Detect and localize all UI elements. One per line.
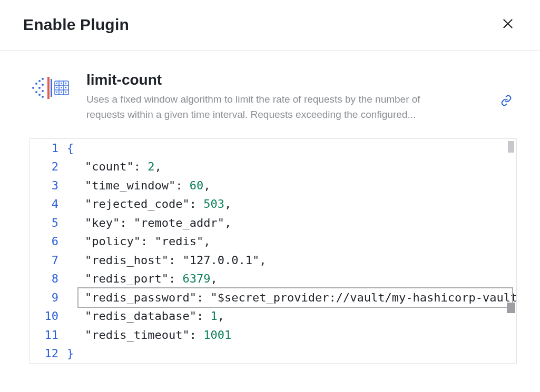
- editor-line[interactable]: 7"redis_host": "127.0.0.1",: [30, 251, 516, 270]
- svg-point-27: [65, 92, 67, 93]
- editor-line[interactable]: 3"time_window": 60,: [30, 176, 516, 195]
- svg-point-24: [65, 87, 67, 88]
- editor-line[interactable]: 9"redis_password": "$secret_provider://v…: [30, 288, 516, 307]
- plugin-icon: [30, 76, 72, 100]
- svg-rect-13: [51, 79, 52, 97]
- modal-content: limit-count Uses a fixed window algorith…: [0, 51, 540, 364]
- line-number: 12: [30, 344, 67, 363]
- plugin-name: limit-count: [86, 72, 460, 88]
- line-code[interactable]: "count": 2,: [67, 157, 516, 176]
- svg-point-9: [42, 84, 44, 86]
- close-button[interactable]: [499, 15, 517, 34]
- line-number: 10: [30, 307, 67, 326]
- limit-count-icon: [30, 76, 71, 100]
- line-number: 9: [30, 288, 67, 307]
- editor-line[interactable]: 12}: [30, 344, 516, 363]
- link-icon: [500, 95, 512, 106]
- line-number: 5: [30, 214, 67, 233]
- line-code[interactable]: "redis_database": 1,: [67, 307, 516, 326]
- plugin-docs-link[interactable]: [496, 95, 517, 106]
- editor-line[interactable]: 5"key": "remote_addr",: [30, 214, 516, 233]
- svg-point-19: [56, 83, 58, 84]
- plugin-description: Uses a fixed window algorithm to limit t…: [86, 92, 460, 123]
- line-number: 11: [30, 326, 67, 345]
- svg-point-22: [56, 87, 58, 88]
- close-icon: [501, 17, 515, 31]
- line-number: 4: [30, 195, 67, 214]
- line-code[interactable]: "redis_port": 6379,: [67, 269, 516, 288]
- modal-header: Enable Plugin: [0, 0, 540, 51]
- json-editor[interactable]: 1{2"count": 2,3"time_window": 60,4"rejec…: [30, 138, 517, 364]
- line-number: 8: [30, 269, 67, 288]
- svg-point-4: [35, 91, 37, 93]
- line-number: 2: [30, 157, 67, 176]
- plugin-meta: limit-count Uses a fixed window algorith…: [86, 72, 481, 123]
- editor-line[interactable]: 10"redis_database": 1,: [30, 307, 516, 326]
- svg-point-11: [42, 96, 44, 98]
- line-number: 6: [30, 232, 67, 251]
- line-code[interactable]: {: [67, 139, 516, 158]
- line-code[interactable]: "redis_host": "127.0.0.1",: [67, 251, 516, 270]
- scroll-marker: [507, 303, 515, 313]
- editor-line[interactable]: 1{: [30, 139, 516, 158]
- svg-point-8: [42, 78, 44, 80]
- enable-plugin-modal: Enable Plugin: [0, 0, 540, 392]
- scrollbar-thumb[interactable]: [508, 141, 514, 153]
- line-code[interactable]: "policy": "redis",: [67, 232, 516, 251]
- editor-line[interactable]: 6"policy": "redis",: [30, 232, 516, 251]
- svg-point-10: [42, 90, 44, 92]
- svg-rect-12: [47, 77, 50, 99]
- line-code[interactable]: }: [67, 344, 516, 363]
- svg-point-21: [65, 83, 67, 84]
- svg-point-25: [56, 92, 58, 93]
- svg-point-20: [61, 83, 62, 84]
- editor-line[interactable]: 2"count": 2,: [30, 157, 516, 176]
- svg-point-3: [35, 83, 37, 85]
- editor-line[interactable]: 8"redis_port": 6379,: [30, 269, 516, 288]
- line-code[interactable]: "redis_password": "$secret_provider://va…: [67, 288, 516, 307]
- line-code[interactable]: "redis_timeout": 1001: [67, 326, 516, 345]
- svg-point-26: [61, 92, 62, 93]
- editor-line[interactable]: 4"rejected_code": 503,: [30, 195, 516, 214]
- svg-point-2: [32, 87, 34, 89]
- modal-title: Enable Plugin: [23, 16, 129, 34]
- svg-point-5: [38, 80, 41, 82]
- line-code[interactable]: "key": "remote_addr",: [67, 214, 516, 233]
- line-number: 7: [30, 251, 67, 270]
- svg-point-7: [38, 94, 41, 96]
- line-number: 1: [30, 139, 67, 158]
- line-code[interactable]: "rejected_code": 503,: [67, 195, 516, 214]
- line-code[interactable]: "time_window": 60,: [67, 176, 516, 195]
- editor-line[interactable]: 11"redis_timeout": 1001: [30, 326, 516, 345]
- line-number: 3: [30, 176, 67, 195]
- plugin-summary-row: limit-count Uses a fixed window algorith…: [30, 72, 517, 123]
- svg-point-6: [38, 87, 41, 89]
- svg-point-23: [61, 87, 62, 88]
